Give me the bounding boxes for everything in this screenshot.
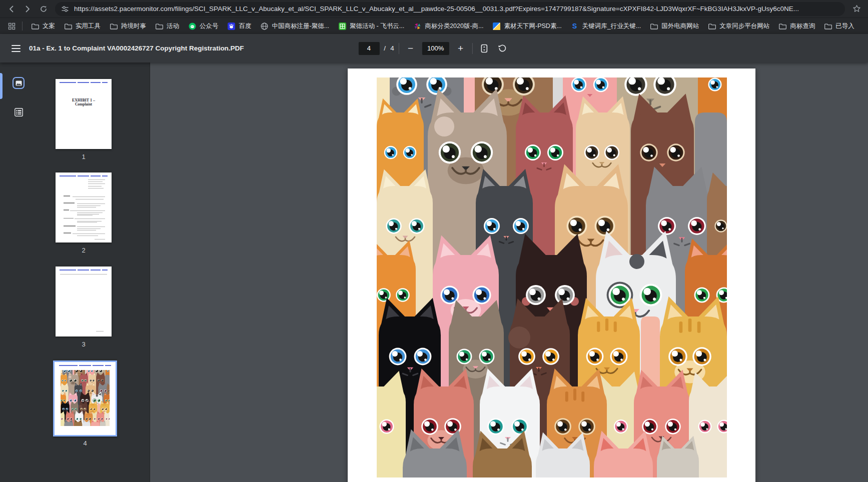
- pinwheel-icon: [413, 22, 421, 30]
- form-content-line: [77, 228, 101, 229]
- pdf-document-title: 01a - Ex. 1 to Complaint VA0002426727 Co…: [29, 44, 244, 52]
- thumbnail-page-number: 2: [56, 246, 112, 254]
- bookmark-label: 文章同步平台网站: [719, 22, 769, 30]
- bookmark-label: 商标查询: [790, 22, 815, 30]
- bookmark-item[interactable]: 素材天下网-PSD素...: [488, 20, 566, 32]
- bookmark-item[interactable]: 实用工具: [60, 20, 105, 32]
- forward-button[interactable]: [20, 2, 35, 16]
- toolbar-divider: [399, 43, 399, 54]
- folder-icon: [155, 22, 163, 30]
- globe-icon: [261, 22, 269, 30]
- cat-pattern-thumbnail: [61, 370, 110, 426]
- svg-text:S: S: [572, 22, 577, 30]
- thumbnail-page-number: 4: [53, 440, 117, 447]
- fit-to-page-icon: [480, 44, 488, 53]
- bookmark-item[interactable]: 聚德活动 - 飞书云...: [334, 20, 409, 32]
- bookmark-star-button[interactable]: [849, 2, 864, 16]
- bookmarks-separator: [22, 22, 23, 30]
- form-content-line: [88, 186, 102, 186]
- form-content-line: [77, 222, 97, 222]
- folder-icon: [708, 22, 716, 30]
- address-bar: https://assets2.pacermonitor.com/filings…: [0, 0, 868, 18]
- bookmark-item[interactable]: 文章同步平台网站: [703, 20, 774, 32]
- bookmark-label: 商标分类2020版-商...: [425, 22, 483, 30]
- folder-icon: [31, 22, 39, 30]
- case-header-text-line: [56, 82, 112, 83]
- baidu-icon: [228, 22, 236, 30]
- bookmark-label: 已导入: [835, 22, 854, 30]
- apps-grid-icon: [8, 22, 16, 30]
- sblue-icon: S: [571, 22, 579, 30]
- back-button[interactable]: [4, 2, 19, 16]
- form-content-line: [64, 196, 70, 196]
- url-text: https://assets2.pacermonitor.com/filings…: [74, 5, 839, 12]
- url-omnibox[interactable]: https://assets2.pacermonitor.com/filings…: [55, 2, 845, 16]
- form-content-line: [64, 226, 76, 226]
- form-content-line: [73, 234, 105, 234]
- apps-grid-button[interactable]: [5, 20, 18, 32]
- feishu-icon: [338, 22, 346, 30]
- form-content-line: [77, 206, 101, 206]
- wechat-icon: [188, 22, 196, 30]
- form-content-line: [75, 218, 105, 219]
- bookmark-item[interactable]: S关键词库_行业关键...: [566, 20, 645, 32]
- bookmark-item[interactable]: 已导入: [819, 20, 859, 32]
- bookmark-item[interactable]: 跨境时事: [105, 20, 151, 32]
- bookmark-label: 文案: [43, 22, 55, 30]
- bookmark-item[interactable]: 中国商标注册-聚德...: [256, 20, 334, 32]
- outline-view-button[interactable]: [14, 107, 24, 117]
- case-header-text-line: [56, 270, 112, 270]
- pdf-menu-button[interactable]: [6, 38, 26, 58]
- bookmark-item[interactable]: 百度: [223, 20, 256, 32]
- zoom-level-value[interactable]: 100%: [422, 42, 449, 55]
- form-content-line: [76, 199, 104, 200]
- page-number-input[interactable]: [358, 42, 379, 55]
- reload-icon: [40, 5, 48, 13]
- zoom-out-button[interactable]: −: [404, 42, 418, 56]
- form-content-line: [77, 226, 105, 227]
- forward-arrow-icon: [24, 5, 32, 13]
- bookmark-label: 国外电商网站: [661, 22, 699, 30]
- bookmark-item[interactable]: 工: [859, 20, 863, 32]
- page-thumbnail-4[interactable]: [53, 360, 117, 436]
- site-settings-tune-icon: [61, 5, 69, 13]
- bookmark-item[interactable]: 国外电商网站: [645, 20, 703, 32]
- pdf-viewer-canvas[interactable]: [150, 62, 868, 482]
- bookmark-item[interactable]: 公众号: [184, 20, 223, 32]
- form-content-line: [88, 188, 104, 188]
- form-content-line: [95, 239, 105, 240]
- pdf-page-controls: / 4 − 100% +: [358, 42, 509, 56]
- page-thumbnail-2[interactable]: [56, 172, 112, 242]
- zoom-in-button[interactable]: +: [454, 42, 468, 56]
- hamburger-menu-icon: [12, 45, 21, 52]
- bookmark-label: 百度: [239, 22, 252, 30]
- bookmark-item[interactable]: 商标分类2020版-商...: [409, 20, 488, 32]
- form-content-line: [64, 218, 74, 218]
- case-header-text-line: [56, 176, 112, 176]
- form-content-line: [77, 215, 93, 216]
- bookmark-label: 活动: [167, 22, 179, 30]
- form-content-line: [77, 204, 105, 204]
- thumbnails-view-button[interactable]: [13, 77, 25, 89]
- page-thumbnail-1[interactable]: EXHIBIT 1 –Complaint: [56, 79, 112, 149]
- fit-to-page-button[interactable]: [477, 42, 491, 56]
- back-arrow-icon: [8, 5, 16, 13]
- page-rule-line: [60, 274, 107, 274]
- bookmark-item[interactable]: 商标查询: [774, 20, 819, 32]
- bookmark-label: 聚德活动 - 飞书云...: [350, 22, 404, 30]
- page-thumbnail-3[interactable]: [56, 266, 112, 336]
- reload-button[interactable]: [36, 2, 51, 16]
- cat-pattern-artwork: [377, 78, 727, 478]
- exhibit-title-line2: Complaint: [56, 102, 112, 106]
- form-content-line: [88, 184, 105, 184]
- thumbnails-view-icon: [16, 80, 22, 86]
- form-content-line: [88, 182, 103, 182]
- bookmark-item[interactable]: 文案: [27, 20, 60, 32]
- bookmark-label: 关键词库_行业关键...: [582, 22, 641, 30]
- form-content-line: [77, 221, 102, 222]
- split-icon: [493, 22, 501, 30]
- rotate-button[interactable]: [496, 42, 510, 56]
- thumbnail-page-number: 3: [56, 340, 112, 348]
- bookmark-item[interactable]: 活动: [151, 20, 184, 32]
- pdf-toolbar: 01a - Ex. 1 to Complaint VA0002426727 Co…: [0, 34, 868, 62]
